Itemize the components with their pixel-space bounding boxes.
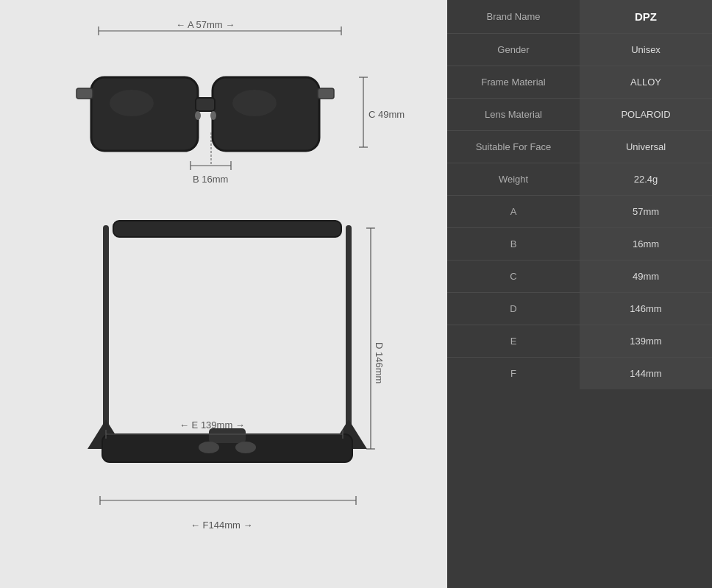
spec-row: D146mm: [447, 293, 712, 325]
svg-text:D 146mm: D 146mm: [374, 342, 385, 383]
spec-row: Lens MaterialPOLAROID: [447, 99, 712, 131]
svg-text:B 16mm: B 16mm: [193, 174, 228, 185]
spec-label: Weight: [447, 163, 580, 195]
spec-label: C: [447, 261, 580, 292]
spec-value: Unisex: [580, 34, 712, 65]
spec-label: D: [447, 293, 580, 325]
spec-row: E139mm: [447, 325, 712, 358]
svg-rect-30: [113, 221, 341, 237]
spec-row: F144mm: [447, 358, 712, 389]
svg-text:← E 139mm →: ← E 139mm →: [179, 419, 245, 431]
svg-point-8: [210, 111, 216, 120]
diagram-panel: ← A 57mm → C 49mm B 16mm: [0, 0, 447, 588]
svg-rect-3: [76, 88, 93, 99]
spec-label: Gender: [447, 34, 580, 65]
spec-label: Frame Material: [447, 66, 580, 98]
spec-row: A57mm: [447, 196, 712, 228]
svg-rect-27: [209, 428, 246, 443]
spec-row: B16mm: [447, 228, 712, 261]
specs-panel: Brand NameDPZGenderUnisexFrame MaterialA…: [447, 0, 712, 588]
spec-label: F: [447, 358, 580, 389]
spec-label: Brand Name: [447, 1, 580, 32]
spec-value: DPZ: [580, 0, 712, 33]
spec-row: Weight22.4g: [447, 163, 712, 196]
svg-point-5: [110, 90, 154, 116]
spec-label: A: [447, 196, 580, 227]
spec-row: Frame MaterialALLOY: [447, 66, 712, 99]
svg-rect-2: [196, 98, 215, 111]
spec-value: 146mm: [580, 293, 712, 325]
spec-value: 139mm: [580, 325, 712, 357]
spec-row: Brand NameDPZ: [447, 0, 712, 34]
svg-text:← F144mm →: ← F144mm →: [191, 520, 253, 531]
spec-label: B: [447, 228, 580, 260]
svg-point-7: [195, 111, 201, 120]
svg-point-28: [199, 442, 219, 453]
svg-rect-0: [91, 77, 198, 151]
svg-text:C 49mm: C 49mm: [369, 109, 405, 120]
spec-value: POLAROID: [580, 99, 712, 130]
spec-row: C49mm: [447, 261, 712, 293]
spec-label: E: [447, 325, 580, 357]
spec-value: 49mm: [580, 261, 712, 292]
spec-row: GenderUnisex: [447, 34, 712, 66]
spec-label: Suitable For Face: [447, 131, 580, 163]
spec-value: Universal: [580, 131, 712, 163]
spec-row: Suitable For FaceUniversal: [447, 131, 712, 163]
spec-label: Lens Material: [447, 99, 580, 130]
spec-value: 16mm: [580, 228, 712, 260]
svg-point-29: [235, 442, 256, 453]
spec-value: ALLOY: [580, 66, 712, 98]
svg-point-6: [232, 90, 277, 116]
spec-value: 22.4g: [580, 163, 712, 195]
spec-value: 144mm: [580, 358, 712, 389]
spec-value: 57mm: [580, 196, 712, 227]
svg-rect-4: [318, 88, 334, 99]
svg-text:← A 57mm →: ← A 57mm →: [176, 19, 235, 30]
